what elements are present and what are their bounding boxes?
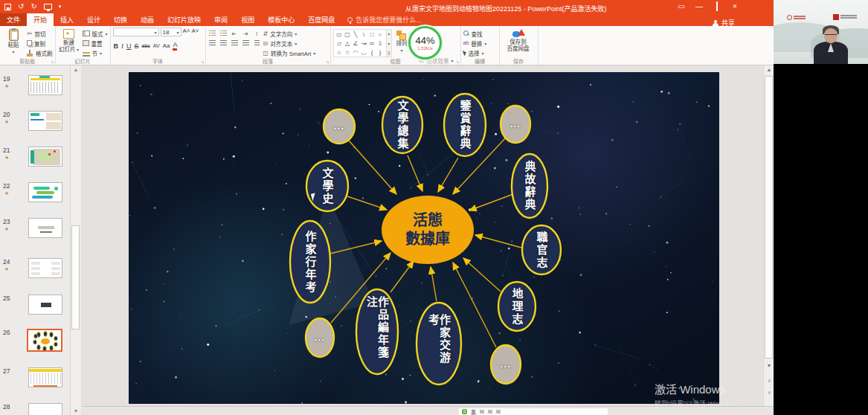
canvas-scrollbar-thumb[interactable] bbox=[765, 76, 773, 358]
diagram-node-label[interactable]: 典故辭典 bbox=[524, 161, 536, 211]
shapes-scroll-down-icon[interactable]: ▾ bbox=[388, 41, 390, 46]
shape-oval-icon[interactable]: ○ bbox=[379, 31, 382, 39]
diagram-node-label[interactable]: 鑒賞辭典 bbox=[460, 100, 471, 150]
diagram-node-label[interactable]: ... bbox=[501, 359, 512, 370]
shrink-font-button[interactable]: A˅ bbox=[192, 28, 199, 36]
shape-rounded-rect-icon[interactable]: ▢ bbox=[344, 31, 350, 39]
slide-25-preview[interactable] bbox=[28, 295, 62, 315]
slide-23-preview[interactable] bbox=[28, 218, 62, 238]
diagram-node-label[interactable]: 作品編年箋注 bbox=[366, 296, 388, 368]
copy-button[interactable]: 复制 bbox=[27, 39, 53, 48]
tab-template-center[interactable]: 模板中心 bbox=[261, 13, 301, 26]
net-speed-badge[interactable]: 44% 1.52K/s bbox=[408, 26, 442, 59]
ime-toolbar-icon[interactable] bbox=[480, 410, 484, 414]
diagram-node-label[interactable]: 文學史 bbox=[322, 167, 333, 205]
diagram-node-label[interactable]: ... bbox=[334, 121, 345, 132]
drawing-dialog-launcher-icon[interactable]: ↘ bbox=[455, 59, 459, 64]
diagram-node-label[interactable]: 職官志 bbox=[536, 231, 547, 269]
shape-rect-icon[interactable]: ▭ bbox=[336, 31, 342, 39]
slide-canvas[interactable]: 文學總集 鑒賞辭典 ... 典故辭典 職官志 地理志 ... 作家交游考 作品編… bbox=[129, 72, 719, 404]
slide-27-preview[interactable] bbox=[28, 367, 62, 387]
undo-icon[interactable]: ↺ bbox=[18, 3, 24, 10]
restore-button[interactable] bbox=[708, 0, 726, 13]
columns-button[interactable] bbox=[253, 39, 261, 47]
slide-20-preview[interactable] bbox=[28, 111, 62, 131]
justify-button[interactable] bbox=[242, 39, 250, 47]
diagram-node-label[interactable]: ... bbox=[510, 119, 521, 129]
tab-transitions[interactable]: 切换 bbox=[107, 13, 134, 26]
bold-button[interactable]: B bbox=[114, 42, 119, 50]
font-dialog-launcher-icon[interactable]: ↘ bbox=[200, 59, 204, 64]
font-color-button[interactable]: A bbox=[173, 41, 177, 51]
tab-baidu-netdisk[interactable]: 百度网盘 bbox=[301, 13, 341, 26]
reset-button[interactable]: 重置 bbox=[83, 39, 108, 48]
slideshow-icon[interactable] bbox=[44, 4, 52, 10]
ribbon-display-options-button[interactable]: ▭ bbox=[672, 0, 690, 13]
diagram-node-label[interactable]: 地理志 bbox=[512, 288, 523, 326]
slide-21-preview[interactable] bbox=[28, 147, 62, 167]
tab-design[interactable]: 设计 bbox=[80, 13, 107, 26]
tab-home[interactable]: 开始 bbox=[27, 13, 54, 26]
next-slide-button[interactable]: » bbox=[764, 388, 774, 397]
tab-file[interactable]: 文件 bbox=[0, 13, 27, 26]
shape-arc2-icon[interactable]: ◡ bbox=[361, 49, 367, 57]
bullets-button[interactable] bbox=[208, 30, 216, 37]
qat-customize-icon[interactable]: ▾ bbox=[59, 3, 62, 10]
diagram-node-label[interactable]: 作家交游考 bbox=[428, 314, 450, 374]
numbering-button[interactable] bbox=[219, 30, 228, 37]
minimize-button[interactable]: — bbox=[690, 0, 708, 13]
change-case-button[interactable]: Aa bbox=[163, 42, 170, 50]
redo-icon[interactable]: ↻ bbox=[30, 3, 36, 10]
shapes-scroll-up-icon[interactable]: ▴ bbox=[388, 30, 390, 36]
align-center-button[interactable] bbox=[219, 39, 228, 47]
slide-22-preview[interactable] bbox=[28, 182, 62, 202]
scroll-down-button[interactable]: ▼ bbox=[764, 361, 774, 370]
replace-button[interactable]: ab替换▾ bbox=[463, 39, 487, 48]
close-button[interactable]: × bbox=[726, 0, 744, 13]
select-button[interactable]: 选择▾ bbox=[463, 48, 487, 57]
format-painter-button[interactable]: 格式刷 bbox=[27, 48, 53, 57]
align-left-button[interactable] bbox=[208, 39, 216, 47]
shape-square-icon[interactable]: □ bbox=[370, 31, 374, 39]
tab-review[interactable]: 审阅 bbox=[208, 13, 234, 26]
convert-smartart-button[interactable]: ◫转换为 SmartArt▾ bbox=[263, 48, 316, 57]
new-slide-button[interactable]: 新建幻灯片 ▾ bbox=[58, 28, 80, 57]
shape-brace-left-icon[interactable]: { bbox=[371, 49, 373, 57]
thumbnail-scrollbar-thumb[interactable] bbox=[71, 225, 80, 329]
thumbnail-scroll-up-button[interactable]: ▲ bbox=[71, 65, 81, 74]
font-name-combo[interactable]: ▾ bbox=[113, 28, 159, 36]
slide-28-preview[interactable] bbox=[28, 403, 62, 415]
shape-arrow-line-icon[interactable]: \ bbox=[363, 31, 364, 39]
line-spacing-button[interactable]: ↕ bbox=[253, 30, 261, 37]
shape-down-arrow-icon[interactable]: ⇩ bbox=[378, 40, 383, 48]
ime-settings-icon[interactable] bbox=[496, 410, 501, 414]
align-text-button[interactable]: ⊟对齐文本▾ bbox=[263, 39, 316, 48]
cut-button[interactable]: ✂剪切 bbox=[27, 29, 53, 38]
sogou-ime-icon[interactable]: S bbox=[462, 409, 467, 414]
tab-insert[interactable]: 插入 bbox=[54, 13, 80, 26]
scroll-up-button[interactable]: ▲ bbox=[764, 65, 774, 74]
shape-arc-icon[interactable]: ◠ bbox=[353, 49, 359, 57]
tell-me-box[interactable]: 告诉我您想要做什么... bbox=[341, 13, 428, 26]
save-icon[interactable] bbox=[4, 4, 11, 10]
align-right-button[interactable] bbox=[231, 39, 239, 47]
strikethrough-button[interactable]: S bbox=[135, 42, 139, 50]
diagram-node-label[interactable]: 文學總集 bbox=[397, 100, 408, 150]
shape-curve-icon[interactable]: ↝ bbox=[361, 40, 367, 48]
diagram-node-label[interactable]: 作家行年考 bbox=[305, 231, 316, 294]
font-size-combo[interactable]: 18▾ bbox=[161, 28, 181, 36]
shape-elbow-icon[interactable]: ∠ bbox=[353, 40, 358, 48]
tab-slideshow[interactable]: 幻灯片放映 bbox=[161, 13, 208, 26]
section-button[interactable]: 节▾ bbox=[83, 48, 108, 57]
canvas-scrollbar[interactable]: ▲ ▼ « » bbox=[763, 65, 774, 406]
shapes-gallery[interactable]: ▭ ▢ ╲ \ □ ○ ▱ △ ∠ ↝ ⇨ ⇩ ⌂ ☆ ◠ bbox=[333, 29, 387, 57]
shape-pentagon-icon[interactable]: ⌂ bbox=[338, 49, 341, 57]
shapes-more-icon[interactable]: ⊽ bbox=[388, 51, 390, 56]
video-overlay-panel[interactable] bbox=[774, 0, 868, 415]
layout-button[interactable]: 版式▾ bbox=[83, 29, 108, 38]
shape-triangle-icon[interactable]: △ bbox=[345, 40, 350, 48]
grow-font-button[interactable]: A˄ bbox=[183, 28, 190, 36]
shape-box-icon[interactable]: ▱ bbox=[337, 40, 341, 48]
diagram-node-label[interactable]: ... bbox=[315, 332, 326, 343]
taskbar-ime-peek[interactable]: S 英 bbox=[459, 408, 608, 415]
